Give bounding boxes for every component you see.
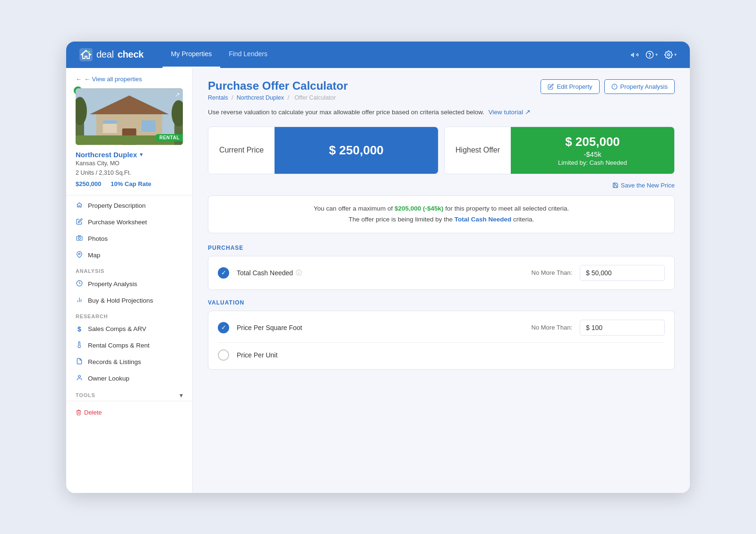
- total-cash-needed-label: Total Cash Needed ⓘ: [237, 269, 498, 277]
- dollar-icon: $: [76, 325, 83, 333]
- total-cash-needed-card: ✓ Total Cash Needed ⓘ No More Than:: [208, 256, 675, 290]
- header: dealcheck My Properties Find Lenders: [66, 42, 690, 68]
- camera-icon: [76, 235, 83, 243]
- photos-label: Photos: [88, 235, 108, 242]
- buy-hold-label: Buy & Hold Projections: [88, 297, 153, 304]
- sidebar-item-property-analysis[interactable]: Property Analysis: [66, 276, 192, 292]
- sidebar-item-rental-comps[interactable]: Rental Comps & Rent: [66, 337, 192, 354]
- total-cash-info-icon[interactable]: ⓘ: [296, 269, 302, 277]
- property-stats: $250,000 10% Cap Rate: [66, 178, 192, 193]
- page-title: Purchase Offer Calculator: [208, 79, 348, 93]
- sidebar-item-property-description[interactable]: Property Description: [66, 197, 192, 214]
- sidebar-item-map[interactable]: Map: [66, 247, 192, 263]
- sales-comps-label: Sales Comps & ARV: [88, 325, 146, 332]
- offer-diff: -$45k: [584, 150, 601, 158]
- total-cash-needed-checkbox[interactable]: ✓: [218, 267, 229, 279]
- home-icon: [76, 202, 83, 210]
- sidebar-item-photos[interactable]: Photos: [66, 230, 192, 247]
- nav-find-lenders[interactable]: Find Lenders: [220, 42, 276, 68]
- highest-offer-card: Highest Offer $ 205,000 -$45k Limited by…: [444, 127, 675, 174]
- offer-limit: Limited by: Cash Needed: [558, 159, 627, 166]
- price-per-sqft-label: Price Per Square Foot: [237, 324, 498, 331]
- header-nav: My Properties Find Lenders: [163, 42, 611, 68]
- chart-icon: [76, 280, 83, 288]
- breadcrumb-property[interactable]: Northcrest Duplex: [237, 94, 284, 101]
- svg-rect-13: [103, 123, 117, 133]
- analysis-section-label: ANALYSIS: [66, 263, 192, 276]
- price-per-sqft-constraint: No More Than:: [506, 324, 572, 331]
- settings-button[interactable]: ▾: [664, 51, 677, 59]
- valuation-section-title: VALUATION: [208, 299, 675, 306]
- total-cash-needed-row: ✓ Total Cash Needed ⓘ No More Than:: [218, 265, 665, 281]
- summary-highlight2-link[interactable]: Total Cash Needed: [455, 216, 512, 223]
- page-title-area: Purchase Offer Calculator Rentals / Nort…: [208, 79, 348, 101]
- back-link[interactable]: ← ← View all properties: [66, 76, 192, 88]
- breadcrumb-rentals[interactable]: Rentals: [208, 94, 228, 101]
- records-label: Records & Listings: [88, 358, 141, 365]
- help-chevron: ▾: [655, 52, 658, 57]
- page-header: Purchase Offer Calculator Rentals / Nort…: [208, 79, 675, 101]
- total-cash-input[interactable]: [580, 265, 665, 281]
- purchase-section: PURCHASE ✓ Total Cash Needed ⓘ No More T…: [208, 245, 675, 290]
- breadcrumb: Rentals / Northcrest Duplex / Offer Calc…: [208, 94, 348, 101]
- offer-main-price: $ 205,000: [565, 135, 620, 149]
- analysis-icon: [611, 84, 618, 90]
- summary-text-1: You can offer a maximum of: [314, 205, 393, 212]
- megaphone-button[interactable]: [630, 51, 639, 59]
- current-price-card: Current Price $ 250,000: [208, 127, 438, 174]
- property-name[interactable]: Northcrest Duplex ▾: [66, 151, 192, 159]
- property-cap-rate: 10% Cap Rate: [111, 180, 151, 187]
- back-link-text: ← View all properties: [84, 76, 142, 83]
- price-per-sqft-input[interactable]: [580, 320, 665, 336]
- edit-property-button[interactable]: Edit Property: [541, 79, 599, 94]
- sidebar-item-sales-comps[interactable]: $ Sales Comps & ARV: [66, 321, 192, 337]
- logo[interactable]: dealcheck: [79, 48, 144, 61]
- trash-icon: [76, 409, 82, 415]
- valuation-section: VALUATION ✓ Price Per Square Foot No Mor…: [208, 299, 675, 370]
- sidebar-item-buy-hold[interactable]: Buy & Hold Projections: [66, 292, 192, 309]
- property-image-wrap: ✓: [76, 88, 183, 145]
- thermometer-icon: [76, 341, 83, 349]
- sidebar-item-owner-lookup[interactable]: Owner Lookup: [66, 370, 192, 387]
- app-container: dealcheck My Properties Find Lenders: [66, 42, 690, 493]
- property-location: Kansas City, MO: [66, 159, 192, 168]
- property-meta: 2 Units / 2,310 Sq.Ft.: [66, 168, 192, 178]
- rental-badge: RENTAL: [156, 134, 183, 141]
- owner-lookup-label: Owner Lookup: [88, 375, 129, 382]
- main-content: Purchase Offer Calculator Rentals / Nort…: [193, 68, 690, 493]
- svg-rect-11: [141, 120, 155, 131]
- purchase-section-title: PURCHASE: [208, 245, 675, 251]
- tutorial-link[interactable]: View tutorial ↗: [489, 109, 531, 116]
- delete-link[interactable]: Delete: [66, 405, 192, 420]
- summary-text-4: The offer price is being limited by the: [349, 216, 453, 223]
- breadcrumb-current: Offer Calculator: [294, 94, 335, 101]
- map-label: Map: [88, 252, 100, 259]
- sidebar: ← ← View all properties ✓: [66, 68, 193, 493]
- sidebar-item-purchase-worksheet[interactable]: Purchase Worksheet: [66, 214, 192, 230]
- property-analysis-button[interactable]: Property Analysis: [604, 79, 675, 94]
- sidebar-item-records[interactable]: Records & Listings: [66, 354, 192, 370]
- header-actions: ▾ ▾: [630, 51, 677, 59]
- save-new-price-link[interactable]: Save the New Price: [208, 182, 675, 189]
- tools-row: TOOLS ▾: [66, 387, 192, 401]
- highest-offer-value: $ 205,000 -$45k Limited by: Cash Needed: [511, 127, 674, 174]
- settings-icon: [664, 51, 673, 59]
- price-per-unit-checkbox[interactable]: [218, 349, 229, 361]
- settings-chevron: ▾: [674, 52, 677, 57]
- nav-my-properties[interactable]: My Properties: [163, 42, 220, 68]
- purchase-worksheet-label: Purchase Worksheet: [88, 219, 147, 226]
- tools-chevron[interactable]: ▾: [180, 391, 183, 399]
- price-per-unit-label: Price Per Unit: [237, 351, 665, 359]
- pencil-icon: [76, 218, 83, 226]
- property-price: $250,000: [76, 180, 101, 187]
- svg-point-4: [668, 53, 670, 56]
- price-per-sqft-checkbox[interactable]: ✓: [218, 322, 229, 333]
- property-description-label: Property Description: [88, 202, 146, 209]
- price-cards: Current Price $ 250,000 Highest Offer $ …: [208, 127, 675, 174]
- logo-deal: deal: [96, 49, 114, 60]
- help-button[interactable]: ▾: [645, 51, 658, 59]
- price-per-unit-row: Price Per Unit: [218, 349, 665, 361]
- current-price-value: $ 250,000: [275, 127, 438, 174]
- external-link-icon[interactable]: ↗: [175, 91, 180, 98]
- logo-check: check: [118, 49, 144, 60]
